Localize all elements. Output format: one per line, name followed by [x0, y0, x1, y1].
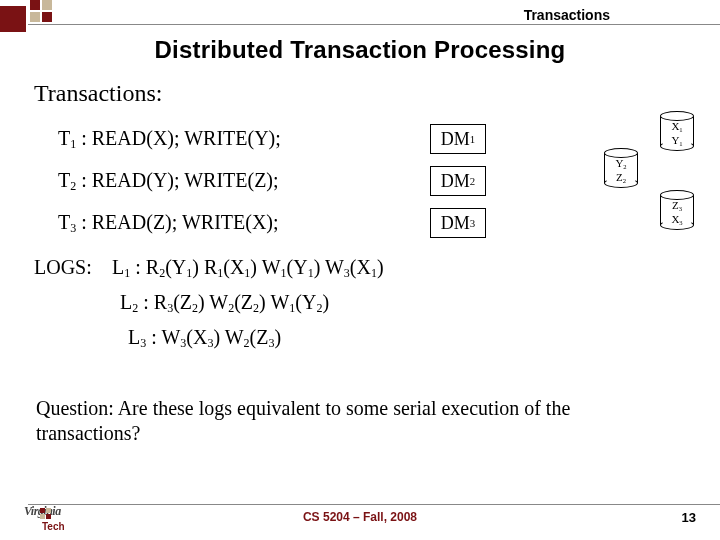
- datastore-cylinder-icon: Z3X3: [660, 190, 694, 230]
- topic-label: Transactions: [524, 7, 610, 23]
- log-line-3: L3 : W3(X3) W2(Z3): [128, 326, 384, 351]
- dm-box: DM3: [430, 208, 486, 238]
- dm-box: DM2: [430, 166, 486, 196]
- question-text: Question: Are these logs equivalent to s…: [36, 396, 676, 446]
- slide: Transactions Distributed Transaction Pro…: [0, 0, 720, 540]
- transaction-text: T2 : READ(Y); WRITE(Z);: [58, 169, 430, 194]
- footer: Virginia Tech CS 5204 – Fall, 2008 13: [0, 504, 720, 534]
- logs-block: LOGS:L1 : R2(Y1) R1(X1) W1(Y1) W3(X1) L2…: [34, 256, 384, 361]
- top-bar: Transactions: [0, 6, 720, 24]
- section-header: Transactions:: [34, 80, 162, 107]
- datastore-area: X1Y1Y2Z2Z3X3: [556, 108, 706, 248]
- dm-box: DM1: [430, 124, 486, 154]
- transaction-text: T3 : READ(Z); WRITE(X);: [58, 211, 430, 236]
- datastore-cylinder-icon: X1Y1: [660, 111, 694, 151]
- transaction-text: T1 : READ(X); WRITE(Y);: [58, 127, 430, 152]
- course-footer: CS 5204 – Fall, 2008: [0, 510, 720, 524]
- page-number: 13: [682, 510, 696, 525]
- logs-label: LOGS:: [34, 256, 112, 279]
- header-divider: [28, 24, 720, 25]
- log-line-2: L2 : R3(Z2) W2(Z2) W1(Y2): [120, 291, 384, 316]
- datastore-cylinder-icon: Y2Z2: [604, 148, 638, 188]
- store-content: Y2Z2: [604, 158, 638, 185]
- footer-divider: [28, 504, 720, 505]
- store-content: X1Y1: [660, 121, 694, 148]
- store-content: Z3X3: [660, 200, 694, 227]
- log-line-1: L1 : R2(Y1) R1(X1) W1(Y1) W3(X1): [112, 256, 384, 281]
- slide-title: Distributed Transaction Processing: [0, 36, 720, 64]
